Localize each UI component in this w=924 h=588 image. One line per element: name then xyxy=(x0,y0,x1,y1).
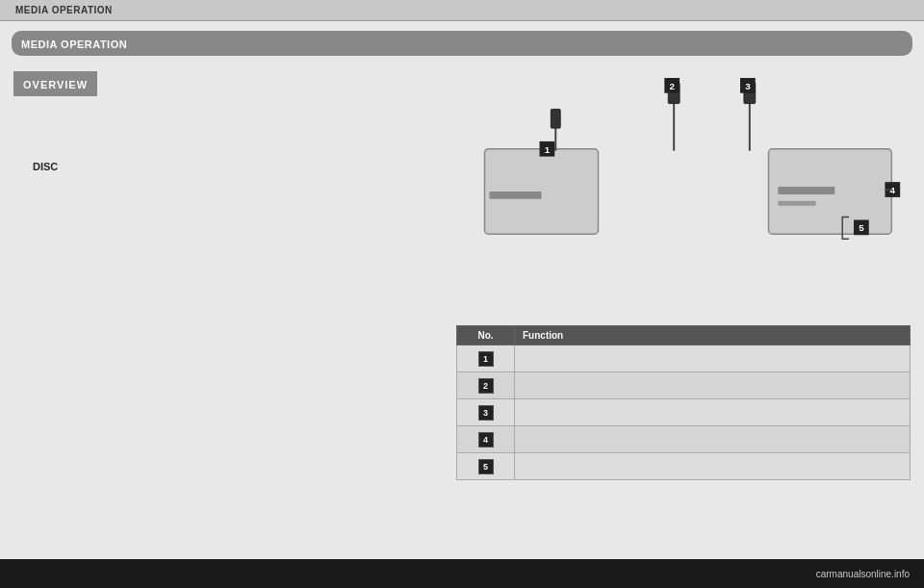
row1-function xyxy=(515,345,911,372)
badge-1: 1 xyxy=(478,351,494,367)
row2-function xyxy=(515,372,911,399)
section-header: MEDIA OPERATION xyxy=(12,31,912,56)
page-container: MEDIA OPERATION MEDIA OPERATION OVERVIEW… xyxy=(0,0,924,588)
watermark-text: carmanualsonline.info xyxy=(816,569,910,579)
table-container: No. Function 1 xyxy=(456,325,911,480)
left-panel: OVERVIEW DISC xyxy=(13,62,456,480)
bottom-bar: carmanualsonline.info xyxy=(0,559,924,588)
svg-text:1: 1 xyxy=(545,144,551,155)
row3-function xyxy=(515,399,911,426)
col-function-header: Function xyxy=(515,326,911,345)
badge-4: 4 xyxy=(478,432,494,447)
overview-box: OVERVIEW xyxy=(13,71,97,96)
row5-function xyxy=(515,453,911,480)
svg-rect-16 xyxy=(778,201,815,206)
badge-2: 2 xyxy=(478,378,494,394)
table-row: 1 xyxy=(457,345,911,372)
svg-text:5: 5 xyxy=(859,222,864,233)
svg-text:3: 3 xyxy=(745,81,751,91)
table-row: 4 xyxy=(457,426,911,453)
row5-no: 5 xyxy=(457,453,515,480)
overview-label: OVERVIEW xyxy=(23,79,88,90)
badge-5: 5 xyxy=(478,459,494,474)
table-row: 2 xyxy=(457,372,911,399)
diagram-svg: 1 2 3 xyxy=(456,71,911,312)
svg-rect-15 xyxy=(778,187,834,194)
svg-rect-1 xyxy=(489,192,541,199)
row2-no: 2 xyxy=(457,372,515,399)
row1-no: 1 xyxy=(457,345,515,372)
section-header-text: MEDIA OPERATION xyxy=(21,38,127,50)
col-no-header: No. xyxy=(457,326,515,345)
page-inner: MEDIA OPERATION OVERVIEW DISC xyxy=(0,21,924,559)
top-header: MEDIA OPERATION xyxy=(0,0,924,21)
badge-3: 3 xyxy=(478,405,494,421)
function-table: No. Function 1 xyxy=(456,325,911,480)
content-wrapper: OVERVIEW DISC xyxy=(0,62,924,480)
disc-label: DISC xyxy=(33,161,58,172)
svg-rect-3 xyxy=(551,109,560,128)
table-row: 5 xyxy=(457,453,911,480)
row4-no: 4 xyxy=(457,426,515,453)
svg-text:2: 2 xyxy=(669,81,675,91)
row4-function xyxy=(515,426,911,453)
right-panel: 1 2 3 xyxy=(456,62,911,480)
row3-no: 3 xyxy=(457,399,515,426)
top-header-text: MEDIA OPERATION xyxy=(15,5,113,15)
table-row: 3 xyxy=(457,399,911,426)
